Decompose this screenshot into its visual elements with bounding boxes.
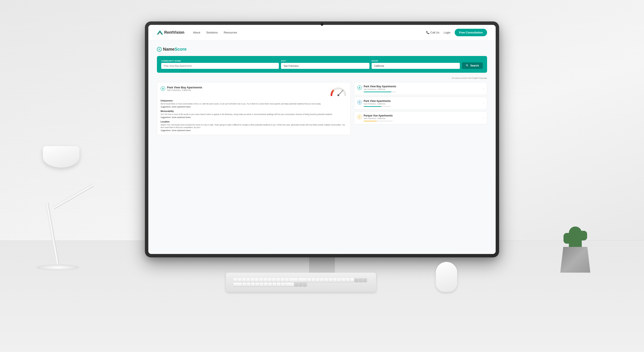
key[interactable] (242, 278, 246, 282)
key[interactable] (272, 283, 276, 286)
key[interactable] (329, 278, 332, 282)
key-delete[interactable] (289, 278, 298, 282)
key[interactable] (255, 283, 259, 286)
criteria-title-memorability: Memorability (160, 110, 347, 112)
state-group: STATE California New York Texas (372, 60, 460, 69)
list-item-bar-0 (364, 92, 396, 92)
svg-line-2 (338, 90, 343, 95)
nav-link-resources[interactable]: Resources (224, 31, 237, 34)
key[interactable] (247, 283, 250, 286)
key[interactable] (333, 278, 337, 282)
list-item-location-0: San Francisco, California (364, 88, 396, 90)
key[interactable] (285, 278, 289, 282)
criteria-item-uniqueness: Uniqueness We've found three or more com… (160, 99, 347, 108)
imac-camera (321, 23, 323, 26)
cactus-pot (560, 247, 590, 273)
key[interactable] (242, 283, 246, 286)
key[interactable] (264, 283, 268, 286)
key-tab[interactable] (298, 278, 307, 282)
list-score-badge-0: A (357, 85, 362, 90)
key[interactable] (281, 283, 285, 286)
key[interactable] (320, 278, 324, 282)
key[interactable] (276, 278, 280, 282)
navigation: RentVision About Solutions Resources 📞 C… (148, 25, 496, 40)
list-item-left-0: A Park View Bay Apartments San Francisco… (357, 85, 396, 92)
key[interactable] (255, 278, 259, 282)
rentvision-logo-icon (157, 30, 163, 35)
list-score-badge-2: C (357, 115, 362, 119)
city-input[interactable] (281, 63, 369, 69)
website: RentVision About Solutions Resources 📞 C… (148, 25, 496, 254)
phone-icon: 📞 (426, 31, 430, 34)
imac-screen-outer: RentVision About Solutions Resources 📞 C… (145, 21, 499, 257)
call-label: Call Us (430, 31, 440, 34)
cactus-decoration (556, 227, 595, 273)
key[interactable] (251, 283, 255, 286)
key[interactable] (346, 278, 350, 282)
key[interactable] (246, 278, 250, 282)
free-consultation-button[interactable]: Free Consultation (455, 29, 487, 36)
key[interactable] (337, 278, 341, 282)
key[interactable] (250, 278, 254, 282)
key[interactable] (316, 278, 320, 282)
key[interactable] (324, 278, 328, 282)
list-item-2[interactable]: C Parque Vue Apartments San Francisco, C… (354, 111, 487, 124)
list-item-0[interactable]: A Park View Bay Apartments San Francisco… (354, 82, 487, 95)
key-caps[interactable] (233, 283, 242, 286)
key-numpad[interactable] (359, 278, 362, 282)
namescore-logo: N NameScore (157, 47, 487, 52)
criteria-item-location: Location Watch! Your community name incl… (160, 121, 347, 132)
keyboard[interactable] (226, 273, 376, 292)
mouse[interactable] (436, 262, 457, 292)
key-numpad[interactable] (298, 283, 302, 286)
criteria-suggestion-uniqueness: Suggestions: Some Apartment Name (160, 106, 347, 108)
key[interactable] (260, 283, 264, 286)
key[interactable] (233, 278, 237, 282)
nav-link-about[interactable]: About (193, 31, 200, 34)
key[interactable] (238, 278, 242, 282)
criteria-list: Uniqueness We've found three or more com… (160, 99, 347, 131)
search-button[interactable]: 🔍 Search (462, 62, 483, 69)
key[interactable] (259, 278, 263, 282)
list-item-left-1: B Park View Apartments San Francisco, Ca… (357, 99, 391, 107)
key-return[interactable] (285, 283, 294, 286)
chevron-right-icon-2: › (483, 116, 484, 119)
logo-text: RentVision (164, 30, 184, 35)
criteria-item-memorability: Memorability SAY Oh! One or more of the … (160, 110, 347, 118)
gauge-svg (330, 86, 347, 96)
key[interactable] (342, 278, 346, 282)
state-select[interactable]: California New York Texas (372, 63, 460, 69)
key[interactable] (264, 278, 267, 282)
search-form-inner: COMMUNITY NAME CITY STATE California (161, 60, 483, 69)
list-item-name-1: Park View Apartments (364, 99, 391, 102)
state-label: STATE (372, 60, 460, 62)
list-item-info-1: Park View Apartments San Francisco, Cali… (364, 99, 391, 107)
key-numpad[interactable] (303, 283, 307, 286)
result-score-badge: A (160, 86, 165, 91)
nav-call[interactable]: 📞 Call Us (426, 31, 440, 34)
community-name-input[interactable] (161, 63, 279, 69)
key-numpad[interactable] (354, 278, 358, 282)
key[interactable] (280, 278, 284, 282)
nav-login[interactable]: Login (444, 31, 450, 34)
list-item-info-0: Park View Bay Apartments San Francisco, … (364, 85, 396, 92)
search-form: COMMUNITY NAME CITY STATE California (157, 56, 487, 73)
key[interactable] (268, 278, 272, 282)
key-numpad[interactable] (363, 278, 367, 282)
list-item-bar-fill-1 (364, 106, 381, 107)
list-item-1[interactable]: B Park View Apartments San Francisco, Ca… (354, 97, 487, 110)
key[interactable] (350, 278, 354, 282)
key[interactable] (272, 278, 276, 282)
all-names-note: All names scored in the English language (157, 77, 487, 79)
list-item-location-2: San Francisco, California (364, 117, 393, 119)
key-numpad[interactable] (294, 283, 298, 286)
nav-link-solutions[interactable]: Solutions (206, 31, 218, 34)
nav-logo: RentVision (157, 30, 184, 35)
key[interactable] (307, 278, 311, 282)
result-name: Park View Bay Apartments (167, 86, 202, 89)
key[interactable] (277, 283, 280, 286)
chevron-right-icon-0: › (483, 87, 484, 90)
imac-screen-inner: RentVision About Solutions Resources 📞 C… (148, 25, 496, 254)
key[interactable] (312, 278, 315, 282)
key[interactable] (268, 283, 272, 286)
